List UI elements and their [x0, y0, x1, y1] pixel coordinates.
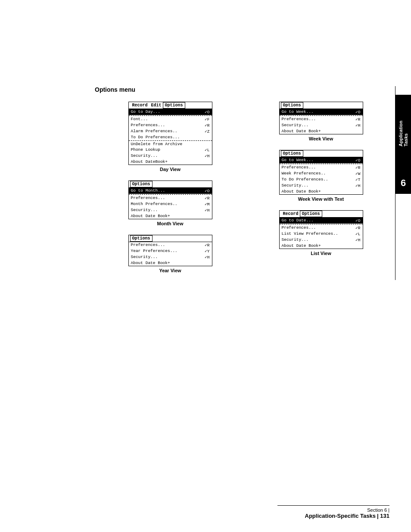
week-text-week-prefs[interactable]: Week Preferences..✓W: [280, 171, 363, 177]
day-view-menu: Record Edit Options Go to Day...✓O Font.…: [128, 102, 212, 165]
year-view-label: Year View: [159, 268, 181, 273]
week-view-section: Options Go to Week...✓O Preferences...✓R…: [250, 102, 392, 141]
week-text-view-options[interactable]: Options: [281, 150, 303, 157]
month-view-label: Month View: [157, 221, 184, 226]
week-text-view-header: Options: [280, 150, 363, 157]
list-security[interactable]: Security...✓H: [280, 237, 363, 243]
day-view-edit: Edit: [149, 103, 163, 108]
week-preferences[interactable]: Preferences...✓R: [280, 116, 363, 122]
week-view-options[interactable]: Options: [281, 102, 303, 109]
year-security[interactable]: Security...✓H: [129, 254, 212, 260]
day-view-header: Record Edit Options: [129, 102, 212, 109]
month-view-header: Options: [129, 181, 212, 188]
list-preferences[interactable]: Preferences...✓R: [280, 225, 363, 231]
list-view-label: List View: [311, 251, 331, 256]
month-about[interactable]: About Date Book+: [129, 213, 212, 219]
list-view-menu: Record Options Go to Date...✓O Preferenc…: [279, 210, 363, 249]
menu-grid: Record Edit Options Go to Day...✓O Font.…: [95, 97, 396, 277]
month-security[interactable]: Security...✓H: [129, 207, 212, 213]
week-view-label: Week View: [309, 136, 333, 141]
day-divider2: [129, 140, 212, 141]
week-text-security[interactable]: Security...✓H: [280, 183, 363, 189]
month-divider: [129, 194, 212, 195]
section-tab-label: ApplicationTasks: [398, 121, 408, 146]
list-view-record: Record: [281, 211, 300, 217]
footer-section-label: Section 6 |: [277, 507, 389, 513]
month-view-options[interactable]: Options: [130, 181, 153, 187]
list-divider: [280, 224, 363, 224]
week-text-todo-prefs[interactable]: To Do Preferences..✓T: [280, 177, 363, 183]
list-about[interactable]: About Date Book+: [280, 243, 363, 249]
day-preferences[interactable]: Preferences...✓R: [129, 122, 212, 128]
right-column: Options Go to Week...✓O Preferences...✓R…: [246, 97, 396, 277]
section-tab: ApplicationTasks: [395, 95, 411, 172]
footer-bottom: Application-Specific Tasks | 131: [277, 513, 389, 519]
year-view-header: Options: [129, 235, 212, 242]
year-view-options[interactable]: Options: [130, 235, 153, 242]
week-text-about[interactable]: About Date Book+: [280, 189, 363, 194]
year-about[interactable]: About Date Book+: [129, 260, 212, 266]
week-text-view-label: Week View with Text: [298, 196, 344, 202]
left-column: Record Edit Options Go to Day...✓O Font.…: [95, 97, 246, 277]
week-text-preferences[interactable]: Preferences...✓R: [280, 165, 363, 171]
page: ApplicationTasks 6 Options menu Record E…: [0, 0, 411, 532]
month-preferences[interactable]: Preferences...✓R: [129, 195, 212, 201]
list-goto[interactable]: Go to Date...✓O: [280, 218, 363, 224]
section-number: 6: [395, 172, 411, 194]
day-view-label: Day View: [160, 167, 181, 172]
list-view-options[interactable]: Options: [300, 211, 322, 217]
month-month-prefs[interactable]: Month Preferences..✓M: [129, 201, 212, 207]
week-text-view-menu: Options Go to Week...✓O Preferences...✓R…: [279, 150, 363, 195]
year-view-section: Options Preferences...✓R Year Preference…: [99, 235, 241, 273]
day-view-record: Record: [131, 103, 149, 108]
main-content: Options menu Record Edit Options Go to D…: [95, 86, 396, 277]
day-view-section: Record Edit Options Go to Day...✓O Font.…: [99, 102, 241, 172]
year-preferences[interactable]: Preferences...✓R: [129, 242, 212, 248]
day-view-options[interactable]: Options: [163, 102, 185, 109]
day-undelete[interactable]: UnDelete from Archive: [129, 141, 212, 147]
week-about[interactable]: About Date Book+: [280, 128, 363, 134]
month-view-section: Options Go to Month...✓O Preferences...✓…: [99, 180, 241, 226]
day-divider1: [129, 115, 212, 116]
section-title: Options menu: [95, 86, 396, 93]
list-list-prefs[interactable]: List View Preferences..✓L: [280, 231, 363, 237]
week-goto[interactable]: Go to Week...✓O: [280, 109, 363, 115]
week-divider: [280, 115, 363, 116]
list-view-section: Record Options Go to Date...✓O Preferenc…: [250, 210, 392, 256]
day-todo-prefs[interactable]: To Do Preferences...: [129, 134, 212, 140]
week-security[interactable]: Security...✓H: [280, 122, 363, 128]
year-year-prefs[interactable]: Year Preferences...✓Y: [129, 248, 212, 254]
month-view-menu: Options Go to Month...✓O Preferences...✓…: [128, 180, 212, 219]
day-phone-lookup[interactable]: Phone Lookup✓L: [129, 147, 212, 153]
week-view-header: Options: [280, 102, 363, 109]
week-text-divider: [280, 164, 363, 164]
week-text-goto[interactable]: Go to Week...✓O: [280, 157, 363, 163]
day-font[interactable]: Font...✓F: [129, 116, 212, 122]
week-text-view-section: Options Go to Week...✓O Preferences...✓R…: [250, 150, 392, 202]
month-goto[interactable]: Go to Month...✓O: [129, 188, 212, 194]
day-about[interactable]: About DateBook+: [129, 159, 212, 165]
week-view-menu: Options Go to Week...✓O Preferences...✓R…: [279, 102, 363, 134]
list-view-header: Record Options: [280, 211, 363, 218]
year-view-menu: Options Preferences...✓R Year Preference…: [128, 235, 212, 266]
day-alarm-prefs[interactable]: Alarm Preferences..✓Z: [129, 128, 212, 134]
day-goto[interactable]: Go to Day...✓O: [129, 109, 212, 115]
footer: Section 6 | Application-Specific Tasks |…: [277, 505, 389, 519]
day-security[interactable]: Security...✓H: [129, 153, 212, 159]
